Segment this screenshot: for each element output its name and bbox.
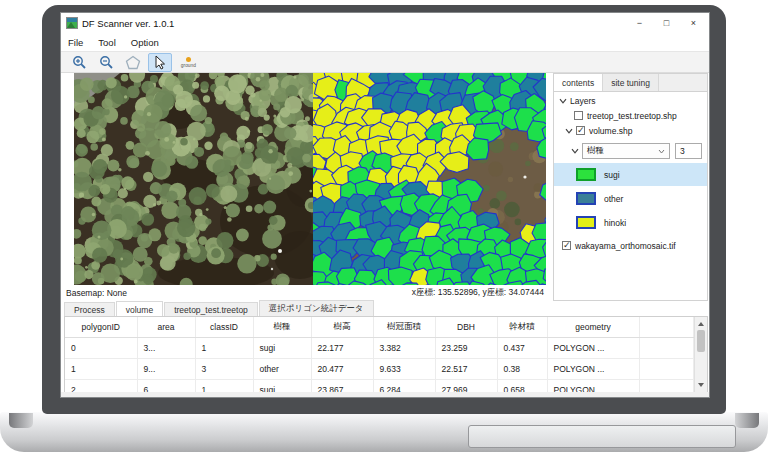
legend-label: other xyxy=(604,194,623,204)
tree-item-layers[interactable]: Layers xyxy=(554,94,707,107)
chevron-down-icon xyxy=(658,146,665,156)
bottom-tab-volume[interactable]: volume xyxy=(116,301,163,316)
laptop-base-notch xyxy=(468,425,736,448)
table-header-geometry[interactable]: geometry xyxy=(547,317,639,338)
table-scrollbar[interactable] xyxy=(694,317,707,392)
table-header-classid[interactable]: classID xyxy=(195,317,253,338)
layer-label: wakayama_orthomosaic.tif xyxy=(575,241,676,251)
basemap-label: Basemap: None xyxy=(66,288,127,298)
layer-checkbox[interactable] xyxy=(576,126,585,135)
window-footer xyxy=(61,392,709,397)
legend-swatch xyxy=(576,168,596,181)
table-header-polygonid[interactable]: polygonID xyxy=(65,317,137,338)
sidebar-tabs: contentssite tuning xyxy=(554,74,707,92)
title-bar[interactable]: DF Scanner ver. 1.0.1 − □ × xyxy=(61,13,709,33)
legend-item-hinoki[interactable]: hinoki xyxy=(554,211,707,234)
table-row[interactable]: 26...1sugi23.8676.28427.9690.658POLYGON … xyxy=(65,380,694,393)
bottom-tab-item[interactable]: 選択ポリゴン統計データ xyxy=(259,300,374,316)
scroll-down-icon[interactable] xyxy=(698,383,704,387)
maximize-button[interactable]: □ xyxy=(653,13,680,32)
menu-item-tool[interactable]: Tool xyxy=(98,37,115,48)
tree-item-treetop-test-treetop-shp[interactable]: treetop_test.treetop.shp xyxy=(554,109,707,122)
toolbar: ground xyxy=(61,51,709,73)
attribute-table-wrap: polygonIDareaclassID樹種樹高樹冠面積DBH幹材積geomet… xyxy=(64,316,708,393)
ground-tool-button[interactable]: ground xyxy=(175,53,201,71)
sidebar-tab-site-tuning[interactable]: site tuning xyxy=(603,74,659,91)
status-bar: Basemap: None x座標: 135.52896, y座標: 34.07… xyxy=(64,286,546,299)
table-row[interactable]: 19...3other20.4779.63322.5170.38POLYGON … xyxy=(65,359,694,380)
menu-item-file[interactable]: File xyxy=(68,37,83,48)
menu-item-option[interactable]: Option xyxy=(131,37,159,48)
cursor-icon xyxy=(154,55,167,70)
table-header-item[interactable]: 樹冠面積 xyxy=(373,317,435,338)
class-count-input[interactable]: 3 xyxy=(675,143,702,159)
zoom-in-button[interactable] xyxy=(67,53,91,72)
table-header-item[interactable]: 樹種 xyxy=(253,317,311,338)
menu-bar: FileToolOption xyxy=(61,33,709,51)
tree-item-wakayama-orthomosaic-tif[interactable]: wakayama_orthomosaic.tif xyxy=(554,239,707,252)
layer-checkbox[interactable] xyxy=(562,241,571,250)
sidebar-tab-contents[interactable]: contents xyxy=(554,74,603,91)
legend-label: hinoki xyxy=(604,218,626,228)
orthophoto-panel[interactable] xyxy=(74,73,313,285)
chevron-down-icon xyxy=(564,128,573,134)
window-title: DF Scanner ver. 1.0.1 xyxy=(82,18,174,29)
zoom-out-icon xyxy=(99,55,114,70)
legend-swatch xyxy=(576,192,596,205)
minimize-button[interactable]: − xyxy=(626,13,653,32)
layer-label: volume.shp xyxy=(589,126,632,136)
legend-item-other[interactable]: other xyxy=(554,187,707,210)
laptop-base xyxy=(0,412,768,452)
bottom-tab-bar: Processvolumetreetop_test.treetop選択ポリゴン統… xyxy=(64,301,706,316)
polygon-tool-button[interactable] xyxy=(121,53,145,72)
layers-root-label: Layers xyxy=(570,96,596,106)
attribute-table: polygonIDareaclassID樹種樹高樹冠面積DBH幹材積geomet… xyxy=(65,317,694,392)
table-header-dbh[interactable]: DBH xyxy=(435,317,497,338)
laptop-hinge-left xyxy=(9,413,33,428)
segmentation-panel[interactable] xyxy=(313,73,546,285)
species-dropdown[interactable]: 樹種 xyxy=(582,143,670,159)
map-view xyxy=(74,73,546,285)
ground-point-icon xyxy=(186,57,191,62)
app-window: DF Scanner ver. 1.0.1 − □ × FileToolOpti… xyxy=(60,12,710,398)
select-tool-button[interactable] xyxy=(148,53,172,72)
close-button[interactable]: × xyxy=(680,13,707,32)
laptop-hinge-right xyxy=(735,413,759,428)
zoom-out-button[interactable] xyxy=(94,53,118,72)
bottom-tab-treetop-test-treetop[interactable]: treetop_test.treetop xyxy=(164,302,258,316)
tree-item-volume-shp[interactable]: volume.shp xyxy=(554,124,707,137)
polygon-icon xyxy=(125,55,141,70)
species-dropdown-value: 樹種 xyxy=(587,145,604,157)
chevron-down-icon xyxy=(570,148,579,154)
legend-item-sugi[interactable]: sugi xyxy=(554,163,707,186)
scroll-up-icon[interactable] xyxy=(698,322,704,326)
zoom-in-icon xyxy=(72,55,87,70)
table-header-item[interactable]: 樹高 xyxy=(311,317,373,338)
layers-tree: Layerstreetop_test.treetop.shpvolume.shp… xyxy=(554,94,707,252)
legend-swatch xyxy=(576,216,596,229)
app-icon xyxy=(66,17,78,29)
table-row[interactable]: 03...1sugi22.1773.38223.2590.437POLYGON … xyxy=(65,338,694,359)
table-header-item[interactable]: 幹材積 xyxy=(497,317,547,338)
coords-label: x座標: 135.52896, y座標: 34.07444 xyxy=(412,287,544,299)
scroll-thumb[interactable] xyxy=(697,330,705,352)
legend-label: sugi xyxy=(604,170,620,180)
layers-sidebar: contentssite tuning Layerstreetop_test.t… xyxy=(553,73,708,301)
layer-label: treetop_test.treetop.shp xyxy=(587,111,677,121)
attribute-row: 樹種3 xyxy=(570,142,707,160)
chevron-down-icon xyxy=(558,98,567,104)
ground-tool-label: ground xyxy=(181,63,196,67)
table-header-area[interactable]: area xyxy=(137,317,195,338)
bottom-tab-process[interactable]: Process xyxy=(64,302,115,316)
layer-checkbox[interactable] xyxy=(574,111,583,120)
